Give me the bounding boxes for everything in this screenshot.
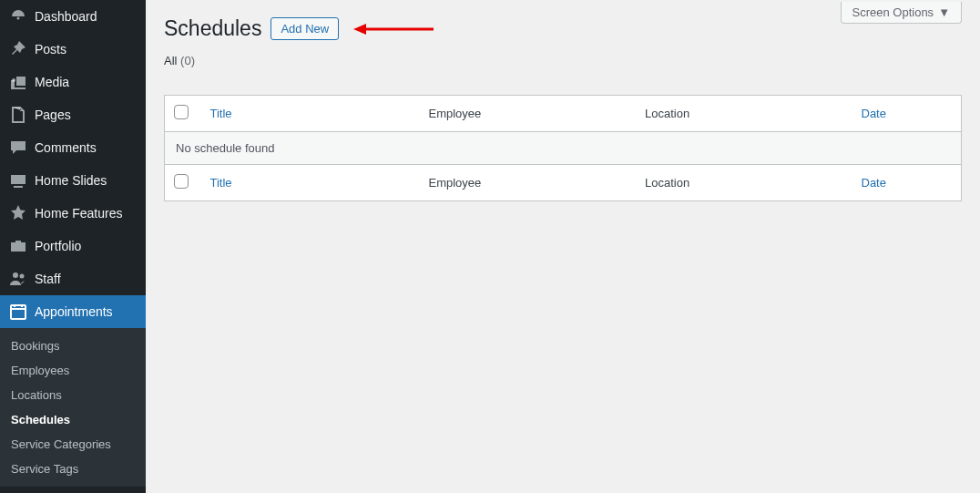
column-date-footer[interactable]: Date (862, 176, 886, 190)
caret-down-icon: ▼ (938, 5, 950, 19)
empty-message: No schedule found (165, 132, 962, 165)
svg-marker-8 (353, 24, 366, 35)
sidebar-item-pages[interactable]: Pages (0, 98, 146, 131)
select-all-checkbox-footer[interactable] (174, 174, 189, 189)
calendar-icon (9, 303, 27, 321)
column-location-footer: Location (636, 165, 852, 201)
column-date[interactable]: Date (862, 107, 886, 120)
staff-icon (9, 270, 27, 288)
table-footer-row: Title Employee Location Date (165, 165, 962, 201)
submenu-item-schedules[interactable]: Schedules (0, 407, 146, 432)
filter-all-link[interactable]: All (164, 54, 177, 67)
sidebar-item-staff[interactable]: Staff (0, 262, 146, 295)
slides-icon (9, 171, 27, 190)
pin-icon (9, 40, 27, 58)
filter-all-count: (0) (180, 54, 195, 67)
submenu-item-service-tags[interactable]: Service Tags (0, 457, 146, 481)
column-title[interactable]: Title (210, 107, 232, 120)
svg-rect-3 (14, 186, 23, 188)
star-icon (9, 204, 27, 222)
column-title-footer[interactable]: Title (210, 176, 232, 190)
svg-point-4 (13, 272, 18, 278)
add-new-button[interactable]: Add New (271, 17, 339, 40)
main-content: Screen Options ▼ Schedules Add New All (… (146, 0, 980, 493)
sidebar-item-label: Portfolio (35, 239, 81, 253)
sidebar-item-appointments[interactable]: Appointments (0, 295, 146, 328)
sidebar-item-media[interactable]: Media (0, 66, 146, 98)
comments-icon (9, 139, 27, 157)
svg-point-5 (20, 274, 25, 279)
sidebar-item-posts[interactable]: Posts (0, 33, 146, 66)
submenu-item-locations[interactable]: Locations (0, 383, 146, 407)
svg-rect-6 (11, 305, 26, 319)
svg-point-0 (17, 17, 20, 20)
arrow-annotation-icon (353, 20, 435, 38)
sidebar-item-label: Home Slides (35, 173, 107, 188)
sidebar-submenu: Bookings Employees Locations Schedules S… (0, 328, 146, 487)
admin-sidebar: Dashboard Posts Media Pages Comments Hom… (0, 0, 146, 493)
column-employee: Employee (420, 96, 637, 132)
screen-options-label: Screen Options (852, 5, 934, 19)
column-employee-footer: Employee (420, 165, 637, 201)
sidebar-item-label: Pages (35, 108, 71, 122)
pages-icon (9, 106, 27, 124)
select-all-checkbox[interactable] (174, 105, 189, 119)
submenu-item-employees[interactable]: Employees (0, 358, 146, 383)
empty-row: No schedule found (165, 132, 962, 165)
dashboard-icon (9, 7, 27, 26)
sidebar-item-label: Posts (35, 42, 66, 56)
filter-bar: All (0) (164, 54, 962, 67)
media-icon (9, 73, 27, 91)
screen-options-button[interactable]: Screen Options ▼ (841, 2, 962, 24)
portfolio-icon (9, 237, 27, 255)
schedules-table: Title Employee Location Date No schedule… (164, 95, 962, 201)
sidebar-item-comments[interactable]: Comments (0, 131, 146, 164)
sidebar-item-label: Appointments (35, 304, 113, 319)
submenu-item-service-categories[interactable]: Service Categories (0, 432, 146, 457)
column-location: Location (636, 96, 852, 132)
sidebar-item-home-features[interactable]: Home Features (0, 197, 146, 230)
sidebar-item-label: Staff (35, 272, 61, 286)
sidebar-item-label: Dashboard (35, 9, 97, 24)
sidebar-item-label: Home Features (35, 206, 122, 221)
sidebar-item-home-slides[interactable]: Home Slides (0, 164, 146, 197)
sidebar-item-portfolio[interactable]: Portfolio (0, 230, 146, 262)
svg-rect-2 (11, 175, 26, 184)
sidebar-item-dashboard[interactable]: Dashboard (0, 0, 146, 33)
submenu-item-bookings[interactable]: Bookings (0, 334, 146, 358)
page-title: Schedules (164, 16, 261, 41)
sidebar-item-label: Comments (35, 140, 97, 155)
table-header-row: Title Employee Location Date (165, 96, 962, 132)
sidebar-item-label: Media (35, 75, 69, 89)
